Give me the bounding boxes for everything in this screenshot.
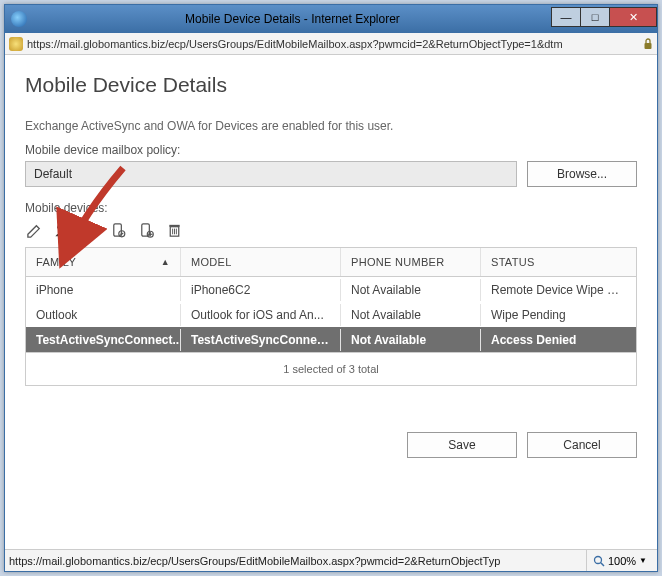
col-status[interactable]: STATUS <box>481 248 636 276</box>
magnifier-icon <box>593 555 605 567</box>
info-text: Exchange ActiveSync and OWA for Devices … <box>25 119 637 133</box>
devices-label: Mobile devices: <box>25 201 637 215</box>
svg-point-2 <box>63 225 67 229</box>
close-button[interactable]: ✕ <box>609 7 657 27</box>
svg-line-5 <box>91 230 96 235</box>
minimize-button[interactable]: — <box>551 7 581 27</box>
address-url[interactable]: https://mail.globomantics.biz/ecp/UsersG… <box>27 38 639 50</box>
wipe-device-icon[interactable] <box>109 221 127 239</box>
col-family[interactable]: FAMILY▲ <box>26 248 181 276</box>
block-user-icon[interactable] <box>81 221 99 239</box>
address-bar: https://mail.globomantics.biz/ecp/UsersG… <box>5 33 657 55</box>
policy-input[interactable] <box>25 161 517 187</box>
col-phone[interactable]: PHONE NUMBER <box>341 248 481 276</box>
grid-header: FAMILY▲ MODEL PHONE NUMBER STATUS <box>26 248 636 277</box>
table-row[interactable]: Outlook Outlook for iOS and An... Not Av… <box>26 302 636 327</box>
zoom-control[interactable]: 100% ▼ <box>586 550 653 571</box>
zoom-value: 100% <box>608 555 636 567</box>
col-model[interactable]: MODEL <box>181 248 341 276</box>
svg-point-3 <box>85 224 90 229</box>
devices-grid: FAMILY▲ MODEL PHONE NUMBER STATUS iPhone… <box>25 247 637 386</box>
status-bar: https://mail.globomantics.biz/ecp/UsersG… <box>5 549 657 571</box>
site-icon <box>9 37 23 51</box>
save-button[interactable]: Save <box>407 432 517 458</box>
table-row[interactable]: iPhone iPhone6C2 Not Available Remote De… <box>26 277 636 302</box>
page-content: Mobile Device Details Exchange ActiveSyn… <box>5 55 657 470</box>
svg-rect-0 <box>645 43 652 49</box>
svg-point-17 <box>594 556 601 563</box>
browse-button[interactable]: Browse... <box>527 161 637 187</box>
delete-icon[interactable] <box>165 221 183 239</box>
ie-icon <box>11 11 27 27</box>
page-heading: Mobile Device Details <box>25 73 637 97</box>
svg-rect-16 <box>169 224 179 226</box>
chevron-down-icon: ▼ <box>639 556 647 565</box>
wipe-account-icon[interactable] <box>137 221 155 239</box>
window-title: Mobile Device Details - Internet Explore… <box>33 12 552 26</box>
policy-label: Mobile device mailbox policy: <box>25 143 637 157</box>
sort-asc-icon: ▲ <box>161 257 170 267</box>
ie-window: Mobile Device Details - Internet Explore… <box>4 4 658 572</box>
grid-footer: 1 selected of 3 total <box>26 352 636 385</box>
table-row[interactable]: TestActiveSyncConnect... TestActiveSyncC… <box>26 327 636 352</box>
edit-icon[interactable] <box>25 221 43 239</box>
svg-point-1 <box>57 224 62 229</box>
cancel-button[interactable]: Cancel <box>527 432 637 458</box>
titlebar: Mobile Device Details - Internet Explore… <box>5 5 657 33</box>
status-url: https://mail.globomantics.biz/ecp/UsersG… <box>9 555 586 567</box>
lock-icon <box>643 38 653 50</box>
svg-line-18 <box>601 562 604 565</box>
devices-toolbar <box>25 221 637 239</box>
maximize-button[interactable]: □ <box>580 7 610 27</box>
allow-user-icon[interactable] <box>53 221 71 239</box>
